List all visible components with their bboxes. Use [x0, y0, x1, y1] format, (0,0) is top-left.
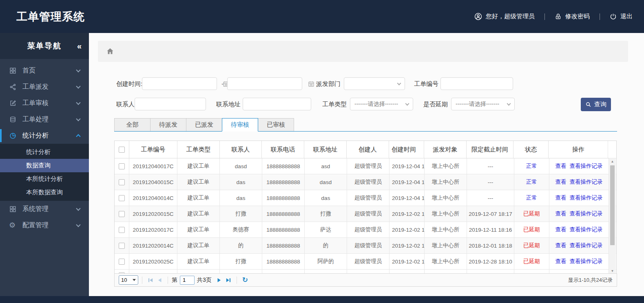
- view-link[interactable]: 查看: [555, 226, 567, 233]
- cell-actions: 查看查看操作记录: [549, 174, 609, 190]
- sidebar-header: 菜单导航 «: [0, 33, 89, 59]
- page-number-input[interactable]: [180, 276, 195, 285]
- address-input[interactable]: [243, 98, 323, 110]
- view-log-link[interactable]: 查看操作记录: [570, 258, 603, 265]
- chevron-down-icon: [76, 206, 80, 211]
- cell-status: 正常: [514, 158, 549, 174]
- view-link[interactable]: 查看: [555, 162, 567, 170]
- row-select-cell: [115, 222, 129, 237]
- page-size-select[interactable]: 10: [119, 275, 138, 285]
- view-link[interactable]: 查看: [555, 178, 567, 186]
- order-no-field[interactable]: [440, 77, 513, 90]
- row-select-cell: [115, 206, 129, 222]
- contact-input[interactable]: [135, 98, 215, 110]
- view-log-link[interactable]: 查看操作记录: [570, 226, 603, 233]
- tab-pending-dispatch[interactable]: 待派发: [150, 118, 186, 131]
- scroll-up-icon[interactable]: ▲: [611, 159, 614, 165]
- submenu-item-statistics[interactable]: 统计分析: [0, 145, 89, 159]
- row-checkbox[interactable]: [119, 259, 125, 265]
- top-header: 工单管理系统 您好，超级管理员 修改密码 退出: [0, 0, 644, 33]
- cell-creator: 超级管理员: [347, 222, 389, 237]
- calendar-icon[interactable]: [308, 81, 314, 87]
- row-checkbox[interactable]: [119, 243, 125, 249]
- table-scrollbar[interactable]: ▲ ▼: [609, 159, 616, 274]
- sidebar-collapse-icon[interactable]: «: [77, 42, 82, 51]
- change-password-button[interactable]: 修改密码: [555, 13, 590, 20]
- cell-order-no: 201912020017C: [129, 222, 177, 237]
- column-header: 派发对象: [424, 141, 467, 158]
- sidebar-item-config[interactable]: ⚙ 配置管理: [0, 217, 89, 233]
- create-time-start-input[interactable]: [142, 78, 223, 90]
- tab-dispatched[interactable]: 已派发: [186, 118, 222, 131]
- create-time-start-field[interactable]: [142, 77, 217, 90]
- row-checkbox[interactable]: [119, 179, 125, 185]
- menu-label: 工单处理: [22, 115, 49, 124]
- view-log-link[interactable]: 查看操作记录: [570, 178, 603, 186]
- scrollbar-thumb[interactable]: [610, 165, 615, 245]
- dispatch-dept-select[interactable]: [344, 77, 405, 90]
- pagination-bar: 10 第 共3页 ↻ 显示1-10,共24记录: [114, 273, 617, 287]
- status-badge: 已延期: [523, 226, 540, 233]
- prev-page-button[interactable]: [155, 276, 164, 285]
- home-icon[interactable]: [106, 47, 114, 55]
- view-log-link[interactable]: 查看操作记录: [570, 194, 603, 202]
- power-icon: [610, 13, 617, 20]
- cell-creator: 超级管理员: [347, 254, 389, 269]
- last-page-button[interactable]: [224, 276, 233, 285]
- sidebar-item-dispatch[interactable]: 工单派发: [0, 79, 89, 95]
- delayed-select[interactable]: -------请选择-------: [451, 98, 515, 110]
- view-link[interactable]: 查看: [555, 258, 567, 265]
- submenu-item-local-data-query[interactable]: 本所数据查询: [0, 186, 89, 199]
- cell-status: 正常: [514, 190, 549, 206]
- sidebar-item-home[interactable]: 首页: [0, 62, 89, 79]
- sidebar-item-process[interactable]: 工单处理: [0, 111, 89, 127]
- create-time-end-input[interactable]: [228, 78, 308, 90]
- tab-pending-review[interactable]: 待审核: [222, 118, 258, 132]
- row-checkbox[interactable]: [119, 163, 125, 169]
- sidebar-item-system[interactable]: 系统管理: [0, 201, 89, 217]
- create-time-end-field[interactable]: [227, 77, 302, 90]
- view-link[interactable]: 查看: [555, 242, 567, 249]
- column-header: 工单编号: [129, 141, 177, 158]
- submenu-item-data-query[interactable]: 数据查询: [0, 159, 89, 172]
- grid-icon: [9, 67, 17, 74]
- view-link[interactable]: 查看: [555, 194, 567, 202]
- order-no-input[interactable]: [441, 78, 521, 90]
- cell-contact: das: [220, 174, 262, 190]
- cell-status: 已延期: [514, 254, 549, 269]
- contact-label: 联系人: [116, 98, 135, 111]
- address-field[interactable]: [243, 98, 311, 110]
- row-checkbox[interactable]: [119, 227, 125, 233]
- search-button[interactable]: 查询: [581, 98, 611, 111]
- order-type-select[interactable]: -------请选择-------: [350, 98, 413, 110]
- column-header-blank: [608, 141, 616, 158]
- row-checkbox[interactable]: [119, 211, 125, 217]
- tab-reviewed[interactable]: 已审核: [258, 118, 294, 131]
- next-page-button[interactable]: [215, 276, 224, 285]
- create-time-label: 创建时间:: [116, 77, 142, 90]
- cell-contact: dasd: [220, 158, 262, 174]
- column-header: 操作: [549, 141, 608, 158]
- row-checkbox[interactable]: [119, 195, 125, 201]
- cell-type: 建议工单: [177, 238, 220, 253]
- view-log-link[interactable]: 查看操作记录: [570, 242, 603, 249]
- chevron-down-icon: [76, 84, 80, 88]
- refresh-button[interactable]: ↻: [241, 276, 250, 285]
- view-log-link[interactable]: 查看操作记录: [570, 210, 603, 217]
- logout-button[interactable]: 退出: [610, 13, 633, 20]
- contact-field[interactable]: [135, 98, 206, 110]
- chevron-down-icon: [507, 101, 511, 105]
- cell-deadline: ---: [467, 174, 514, 190]
- cell-actions: 查看查看操作记录: [549, 206, 609, 222]
- first-page-button[interactable]: [146, 276, 155, 285]
- cell-contact: 奥德赛: [220, 222, 262, 237]
- sidebar-item-statistics[interactable]: 统计分析: [0, 127, 89, 144]
- select-all-checkbox[interactable]: [119, 147, 125, 153]
- sidebar-item-review[interactable]: 工单审核: [0, 95, 89, 111]
- cell-created: 2019-12-02 16: [389, 238, 425, 253]
- tab-all[interactable]: 全部: [114, 118, 150, 131]
- view-link[interactable]: 查看: [555, 210, 567, 217]
- submenu-item-local-statistics[interactable]: 本所统计分析: [0, 172, 89, 186]
- view-log-link[interactable]: 查看操作记录: [570, 162, 603, 170]
- change-password-label: 修改密码: [565, 13, 590, 20]
